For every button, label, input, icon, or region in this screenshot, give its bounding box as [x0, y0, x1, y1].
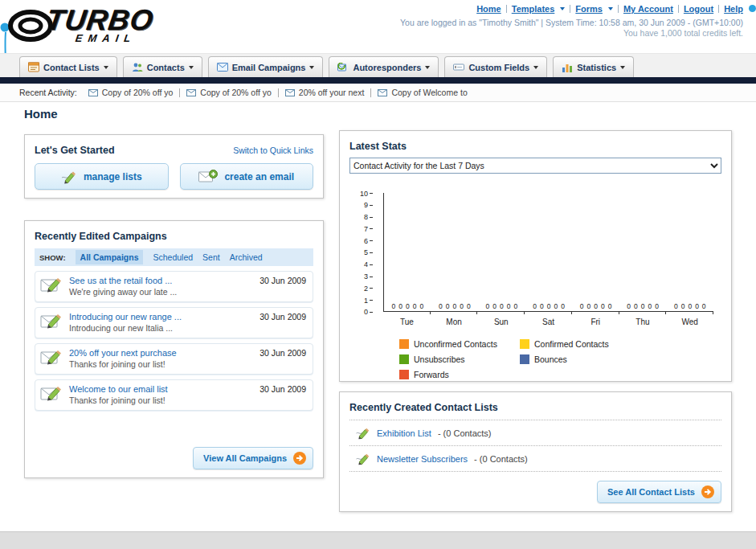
- manage-lists-label: manage lists: [84, 171, 142, 182]
- activity-item-text: Copy of 20% off yo: [102, 88, 174, 97]
- campaign-item[interactable]: Introducing our new range ... Introducin…: [35, 307, 313, 338]
- campaigns-title: Recently Edited Campaigns: [35, 231, 313, 242]
- campaign-date: 30 Jun 2009: [259, 348, 306, 358]
- create-email-button[interactable]: create an email: [180, 163, 314, 190]
- see-all-contact-lists-button[interactable]: See All Contact Lists: [597, 481, 721, 503]
- tab-label: Autoresponders: [353, 63, 421, 72]
- legend-swatch: [399, 370, 409, 379]
- nav-forms-link[interactable]: Forms: [575, 4, 603, 14]
- envelope-pencil-icon: [40, 312, 63, 330]
- bar-group-value-labels: 00000: [666, 302, 713, 310]
- chart-x-axis: TueMonSunSatFriThuWed: [383, 314, 713, 326]
- campaign-title-link[interactable]: Welcome to our email list: [69, 384, 253, 394]
- x-tick-mark: [619, 312, 667, 314]
- view-all-campaigns-button[interactable]: View All Campaigns: [193, 447, 313, 469]
- x-axis-label: Wed: [666, 318, 713, 326]
- x-tick-mark: [525, 312, 572, 314]
- recent-activity-item[interactable]: Copy of Welcome to: [378, 88, 467, 97]
- contact-lists-title: Recently Created Contact Lists: [349, 402, 721, 420]
- recent-activity-item[interactable]: Copy of 20% off yo: [88, 88, 174, 97]
- campaign-title-link[interactable]: See us at the retail food ...: [69, 276, 253, 285]
- recent-activity-item[interactable]: 20% off your next: [285, 88, 365, 97]
- tab-label: Contacts: [147, 63, 185, 72]
- tab-autoresponders[interactable]: Autoresponders: [329, 56, 439, 77]
- bar-value-label: 0: [702, 302, 706, 310]
- legend-item: Confirmed Contacts: [520, 339, 640, 349]
- nav-help-link[interactable]: Help: [724, 4, 743, 14]
- bar-value-label: 0: [453, 302, 457, 310]
- contact-lists-panel: Recently Created Contact Lists Exhibitio…: [339, 391, 732, 512]
- contact-list-link[interactable]: Exhibition List: [377, 428, 431, 438]
- x-tick-mark: [666, 312, 713, 314]
- utility-nav: Home Templates Forms My Account Logout H…: [476, 4, 743, 14]
- nav-home-link[interactable]: Home: [476, 4, 501, 14]
- campaign-item[interactable]: 20% off your next purchase Thanks for jo…: [35, 343, 313, 375]
- tab-contacts[interactable]: Contacts: [123, 56, 202, 77]
- campaign-title-link[interactable]: Introducing our new range ...: [69, 312, 253, 322]
- nav-my-account-link[interactable]: My Account: [623, 4, 673, 14]
- campaign-title-link[interactable]: 20% off your next purchase: [69, 348, 253, 358]
- campaign-filters: SHOW: All Campaigns Scheduled Sent Archi…: [35, 248, 313, 266]
- filter-archived[interactable]: Archived: [230, 252, 263, 262]
- contact-lists-icon: [28, 62, 39, 72]
- bar-value-label: 0: [601, 302, 605, 310]
- tab-email-campaigns[interactable]: Email Campaigns: [208, 56, 324, 77]
- statistics-icon: [562, 63, 573, 72]
- campaign-subtitle: Introducing our new Italia ...: [69, 323, 253, 333]
- y-tick-label: 3: [364, 273, 373, 281]
- nav-templates-link[interactable]: Templates: [512, 4, 555, 14]
- x-tick-mark: [477, 312, 525, 314]
- create-email-label: create an email: [224, 171, 294, 182]
- contacts-icon: [132, 62, 143, 72]
- bar-value-label: 0: [641, 302, 645, 310]
- chevron-down-icon: [189, 66, 194, 69]
- y-tick-label: 1: [364, 297, 373, 304]
- filter-sent[interactable]: Sent: [202, 252, 220, 262]
- y-tick-label: 10: [360, 190, 373, 197]
- bar-value-label: 0: [540, 302, 544, 310]
- page-footer: [0, 531, 756, 549]
- contact-list-link[interactable]: Newsletter Subscribers: [377, 454, 468, 464]
- bar-value-label: 0: [587, 302, 591, 310]
- bar-group-value-labels: 00000: [525, 302, 573, 310]
- x-tick-mark: [431, 312, 478, 314]
- y-tick-label: 9: [364, 202, 373, 209]
- x-tick-mark: [572, 312, 619, 314]
- campaign-item[interactable]: Welcome to our email list Thanks for joi…: [35, 379, 313, 411]
- get-started-panel: Let's Get Started Switch to Quick Links …: [24, 134, 324, 199]
- legend-swatch: [399, 339, 409, 349]
- page-title: Home: [24, 107, 58, 121]
- bar-value-label: 0: [419, 302, 423, 310]
- chevron-down-icon: [309, 66, 314, 69]
- switch-quick-links-link[interactable]: Switch to Quick Links: [233, 145, 313, 155]
- contact-list-item[interactable]: Exhibition List - (0 Contacts): [349, 420, 721, 446]
- stats-period-select[interactable]: Contact Activity for the Last 7 Days: [349, 158, 721, 174]
- pencil-icon: [61, 170, 77, 184]
- filter-all-campaigns[interactable]: All Campaigns: [76, 250, 144, 264]
- app-logo: TURBO EMAIL: [13, 3, 214, 48]
- bar-value-label: 0: [514, 302, 518, 310]
- manage-lists-button[interactable]: manage lists: [35, 163, 169, 190]
- y-tick-label: 0: [364, 309, 373, 316]
- arrow-right-icon: [293, 452, 306, 465]
- contact-list-item[interactable]: Newsletter Subscribers - (0 Contacts): [349, 446, 721, 472]
- tab-custom-fields[interactable]: Custom Fields: [444, 56, 547, 77]
- y-tick-label: 6: [364, 237, 373, 244]
- nav-logout-link[interactable]: Logout: [684, 4, 713, 14]
- bar-value-label: 0: [648, 302, 652, 310]
- tab-statistics[interactable]: Statistics: [553, 56, 634, 77]
- bar-value-label: 0: [439, 302, 443, 310]
- bar-value-label: 0: [674, 302, 678, 310]
- bar-value-label: 0: [500, 302, 504, 310]
- filter-scheduled[interactable]: Scheduled: [153, 252, 193, 262]
- envelope-icon: [285, 89, 295, 96]
- campaign-item[interactable]: See us at the retail food ... We're givi…: [35, 271, 313, 302]
- legend-swatch: [520, 354, 529, 364]
- bar-value-label: 0: [655, 302, 659, 310]
- tab-contact-lists[interactable]: Contact Lists: [19, 56, 117, 77]
- chevron-down-icon: [620, 66, 625, 69]
- main-nav-tabs: Contact Lists Contacts Email Campaigns A…: [0, 53, 756, 77]
- recent-activity-item[interactable]: Copy of 20% off yo: [186, 88, 272, 97]
- show-label: SHOW:: [39, 253, 66, 262]
- legend-swatch: [520, 339, 529, 349]
